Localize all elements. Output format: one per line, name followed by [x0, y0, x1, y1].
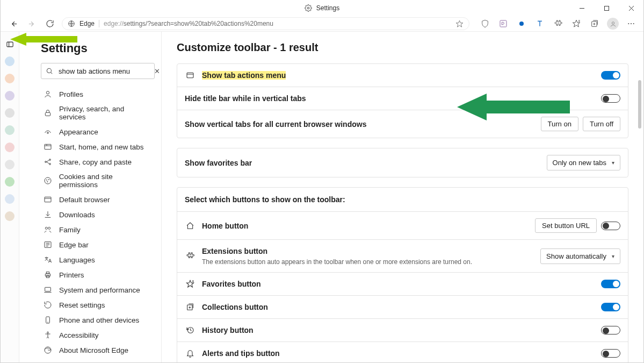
sidebar-item-privacy[interactable]: Privacy, search, and services: [41, 102, 155, 124]
tab-thumb[interactable]: [5, 125, 15, 135]
sidebar-item-label: Cookies and site permissions: [59, 173, 153, 189]
sidebar-item-appearance[interactable]: Appearance: [41, 124, 155, 139]
shield-icon[interactable]: [478, 17, 492, 30]
tab-thumb[interactable]: [5, 91, 15, 101]
sidebar-item-cookies[interactable]: Cookies and site permissions: [41, 169, 155, 192]
sidebar-item-label: Downloads: [59, 211, 95, 219]
browser-toolbar: Edge edge://settings/?search=show%20tab%…: [1, 16, 643, 32]
toggle-favorites[interactable]: [601, 280, 620, 288]
svg-point-21: [631, 23, 632, 24]
svg-point-38: [46, 180, 47, 180]
row-show-tab-actions: Show tab actions menu: [177, 64, 628, 87]
extensions-dropdown[interactable]: Show automatically▾: [540, 248, 620, 264]
collections-icon[interactable]: [588, 17, 602, 30]
extension-blue-icon[interactable]: [515, 17, 529, 30]
svg-point-20: [628, 23, 629, 24]
sidebar-item-start[interactable]: Start, home, and new tabs: [41, 139, 155, 154]
row-label: Hide title bar while in vertical tabs: [185, 94, 306, 103]
address-bar[interactable]: Edge edge://settings/?search=show%20tab%…: [62, 17, 469, 30]
close-button[interactable]: [619, 0, 643, 16]
settings-search[interactable]: ✕: [41, 63, 155, 79]
more-icon[interactable]: [624, 17, 638, 30]
sidebar-item-about[interactable]: About Microsoft Edge: [41, 343, 155, 358]
tab-thumb[interactable]: [5, 74, 15, 83]
sidebar-item-accessibility[interactable]: Accessibility: [41, 328, 155, 343]
minimize-button[interactable]: [569, 0, 594, 16]
printer-icon: [43, 271, 53, 279]
row-favorites: Favorites button: [177, 272, 628, 295]
toggle-history[interactable]: [601, 326, 620, 334]
row-hide-title-bar: Hide title bar while in vertical tabs: [177, 87, 628, 110]
lang-icon: [43, 255, 53, 264]
sidebar-item-languages[interactable]: Languages: [41, 252, 155, 267]
svg-point-28: [46, 91, 49, 94]
sidebar-item-profiles[interactable]: Profiles: [41, 87, 155, 102]
tab-thumb[interactable]: [5, 143, 15, 152]
sidebar-item-default[interactable]: Default browser: [41, 192, 155, 207]
home-icon: [185, 222, 196, 230]
vertical-tab-strip: [1, 32, 19, 362]
favorites-icon[interactable]: [569, 17, 583, 30]
svg-rect-31: [45, 144, 51, 149]
access-icon: [43, 331, 53, 339]
scrollbar[interactable]: [636, 64, 643, 362]
row-label: Show tab actions menu: [202, 71, 286, 80]
sidebar-item-reset[interactable]: Reset settings: [41, 297, 155, 312]
t-icon[interactable]: [533, 17, 547, 30]
tab-thumb[interactable]: [5, 177, 15, 187]
tab-thumb[interactable]: [5, 211, 15, 221]
sidebar-item-label: Phone and other devices: [59, 316, 139, 324]
maximize-button[interactable]: [594, 0, 619, 16]
turn-off-button[interactable]: Turn off: [583, 117, 620, 131]
tab-thumb[interactable]: [5, 160, 15, 169]
tab-thumb[interactable]: [5, 56, 15, 66]
card3-heading: Select which buttons to show on the tool…: [177, 188, 628, 211]
adblock-icon[interactable]: [496, 17, 510, 30]
card-toolbar-main: Show tab actions menu Hide title bar whi…: [177, 63, 628, 138]
favorites-bar-dropdown[interactable]: Only on new tabs▾: [547, 155, 620, 170]
row-history: History button: [177, 318, 628, 341]
forward-button[interactable]: [25, 17, 38, 30]
download-icon: [43, 210, 53, 219]
sidebar-item-system[interactable]: System and performance: [41, 282, 155, 297]
sidebar-item-share[interactable]: Share, copy and paste: [41, 154, 155, 169]
window-icon: [43, 195, 53, 204]
svg-line-27: [50, 72, 52, 74]
svg-point-35: [49, 159, 51, 161]
toggle-hide-title-bar[interactable]: [601, 94, 620, 103]
tab-thumb[interactable]: [5, 108, 15, 118]
tab-thumb[interactable]: [5, 194, 15, 204]
turn-on-button[interactable]: Turn on: [541, 117, 578, 131]
svg-rect-23: [6, 42, 12, 47]
chevron-down-icon: ▾: [612, 253, 614, 259]
cookies-icon: [43, 176, 53, 185]
extensions-icon[interactable]: [551, 17, 565, 30]
toggle-show-tab-actions[interactable]: [601, 71, 620, 80]
svg-point-0: [307, 7, 309, 9]
row-vertical-tabs-all-windows: Show vertical tabs for all current brows…: [177, 110, 628, 138]
row-label: Extensions button: [202, 247, 267, 255]
svg-marker-62: [186, 280, 193, 287]
back-button[interactable]: [7, 17, 20, 30]
tab-actions-button[interactable]: [5, 39, 15, 49]
home-set-url-button[interactable]: Set button URL: [535, 218, 597, 233]
sidebar-item-printers[interactable]: Printers: [41, 267, 155, 282]
sidebar-item-phone[interactable]: Phone and other devices: [41, 312, 155, 328]
svg-point-58: [47, 332, 49, 333]
search-icon: [46, 67, 53, 75]
sidebar-item-label: Default browser: [59, 196, 110, 204]
svg-rect-9: [500, 20, 506, 27]
sidebar-item-edgebar[interactable]: Edge bar: [41, 237, 155, 252]
toggle-home[interactable]: [601, 222, 620, 230]
toggle-collections[interactable]: [601, 303, 620, 311]
star-icon[interactable]: [455, 20, 464, 28]
sidebar-item-label: Share, copy and paste: [59, 158, 132, 166]
row-collections: Collections button: [177, 295, 628, 318]
clear-search-icon[interactable]: ✕: [154, 67, 160, 75]
profile-avatar[interactable]: [606, 17, 620, 30]
refresh-button[interactable]: [44, 17, 56, 30]
settings-search-input[interactable]: [57, 67, 150, 76]
sidebar-item-downloads[interactable]: Downloads: [41, 207, 155, 222]
sidebar-item-family[interactable]: Family: [41, 222, 155, 237]
toggle-alerts[interactable]: [601, 349, 620, 358]
